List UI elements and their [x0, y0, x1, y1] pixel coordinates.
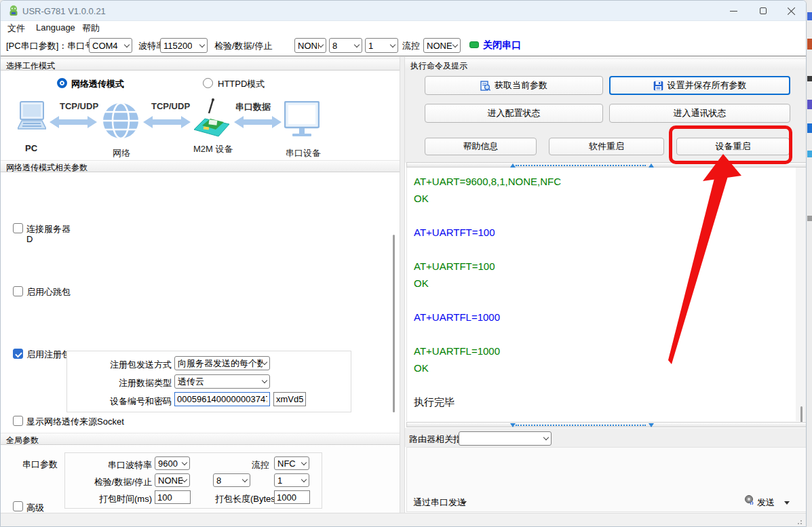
link2-label: TCP/UDP [151, 101, 190, 111]
enter-comm-button[interactable]: 进入通讯状态 [609, 104, 790, 123]
serial-device-monitor-icon [284, 101, 320, 139]
router-command-select[interactable] [459, 431, 552, 446]
menu-help[interactable]: 帮助 [82, 22, 100, 35]
com-port-select[interactable]: COM4 [89, 38, 132, 53]
arrow-link1-icon [50, 115, 97, 130]
m2m-label: M2M 设备 [193, 143, 233, 155]
log-line [414, 292, 796, 309]
packtime-input[interactable] [155, 490, 191, 504]
enter-config-button[interactable]: 进入配置状态 [425, 104, 603, 123]
collapse-down-icon[interactable] [649, 423, 654, 427]
heartbeat-checkbox[interactable] [13, 286, 23, 296]
advanced-checkbox[interactable] [13, 501, 23, 511]
chevron-down-icon [262, 378, 267, 383]
chevron-down-icon [452, 41, 458, 47]
chevron-down-icon [199, 41, 205, 47]
log-line: OK [414, 190, 796, 207]
serial-toolbar: [PC串口参数]：串口号 COM4 波特率 115200 检验/数据/停止 NO… [1, 34, 807, 57]
reg-send-mode-select[interactable]: 向服务器发送的每个数据包 [174, 356, 270, 370]
chevron-down-icon [124, 41, 130, 47]
g-parity-select[interactable]: NONE [155, 473, 190, 487]
chevron-down-icon [301, 459, 307, 465]
m2m-device-icon [193, 98, 231, 142]
maximize-button[interactable] [749, 1, 777, 21]
chevron-down-icon [242, 476, 248, 482]
help-info-button[interactable]: 帮助信息 [425, 138, 537, 155]
collapse-down-icon[interactable] [510, 423, 516, 427]
send-via-serial-dropdown[interactable]: 通过串口发送 [413, 496, 466, 509]
net-params-panel: 连接服务器 D 启用心跳包 启用注册包 注册包发送方式 向服务器发送的每个数据包… [1, 172, 400, 431]
baud-select[interactable]: 115200 [160, 38, 208, 53]
screen: USR-G781 V1.0.0.21 文件 Language 帮助 [PC串口参… [0, 0, 812, 527]
log-line [414, 207, 796, 224]
menu-bar: 文件 Language 帮助 [1, 21, 807, 34]
close-button[interactable] [777, 1, 806, 21]
maximize-icon [760, 7, 767, 14]
log-line [414, 326, 796, 343]
parity-label: 检验/数据/停止 [214, 40, 272, 52]
log-line: 执行完毕 [414, 393, 796, 410]
g-stopbits-select[interactable]: 1 [274, 473, 309, 487]
log-line: AT+UARTFL=1000 [414, 343, 796, 359]
net-params-scrollbar[interactable] [393, 235, 395, 412]
close-icon [788, 7, 796, 15]
device-id-label: 设备编号和密码 [89, 395, 172, 408]
parity-select[interactable]: NONI [294, 38, 326, 53]
resize-grip[interactable] [796, 519, 802, 524]
regpack-checkbox[interactable] [13, 349, 23, 359]
minimize-button[interactable] [719, 1, 748, 21]
show-socket-checkbox[interactable] [13, 416, 23, 426]
menu-language[interactable]: Language [36, 22, 75, 33]
reg-data-type-select[interactable]: 透传云 [174, 374, 270, 389]
device-restart-button[interactable]: 设备重启 [676, 138, 790, 155]
log-line: AT+UART=9600,8,1,NONE,NFC [414, 173, 796, 190]
g-databits-select[interactable]: 8 [213, 473, 250, 487]
radio-transparent-mode[interactable] [57, 78, 67, 88]
stopbits-select[interactable]: 1 [365, 38, 398, 53]
send-area[interactable]: 通过串口发送 发送 [406, 447, 807, 512]
arrow-link2-icon [143, 115, 191, 130]
global-params-header: 全局参数 [1, 433, 400, 445]
device-restart-label: 设备重启 [716, 140, 751, 153]
search-doc-icon [480, 81, 490, 91]
flow-select[interactable]: NONE [423, 38, 461, 53]
radio-httpd-mode[interactable] [203, 78, 213, 88]
work-mode-header: 选择工作模式 [1, 58, 400, 71]
get-params-button[interactable]: 获取当前参数 [425, 76, 603, 95]
chevron-down-icon[interactable] [461, 501, 467, 505]
splitter-dots [516, 165, 646, 166]
pc-serial-group-label: [PC串口参数]：串口号 [6, 40, 94, 52]
device-id-input[interactable] [174, 392, 270, 406]
command-panel-header: 执行命令及提示 [405, 58, 807, 71]
send-horn-icon [744, 494, 755, 505]
chevron-down-icon [262, 359, 267, 365]
menu-file[interactable]: 文件 [7, 22, 25, 35]
connect-server-checkbox[interactable] [13, 223, 23, 233]
log-area[interactable]: AT+UART=9600,8,1,NONE,NFCOK AT+UARTFT=10… [406, 168, 796, 421]
databits-select[interactable]: 8 [329, 38, 362, 53]
software-restart-button[interactable]: 软件重启 [549, 138, 664, 155]
log-bottom-splitter[interactable] [406, 422, 807, 427]
chevron-down-icon [543, 435, 549, 440]
minimize-icon [730, 11, 737, 12]
router-command-row: 路由器相关指令 [405, 428, 807, 447]
send-button[interactable]: 发送 [757, 496, 775, 509]
connect-server-label: 连接服务器 [26, 223, 71, 235]
work-mode-panel: 网络透传模式 HTTPD模式 TCP/UDP TCP/UDP [1, 71, 400, 160]
connect-server-label2: D [26, 234, 33, 244]
device-password-input[interactable] [273, 392, 306, 406]
set-save-params-button[interactable]: 设置并保存所有参数 [609, 76, 790, 95]
g-flow-select[interactable]: NFC [274, 456, 309, 470]
background-window-edge [807, 0, 812, 527]
chevron-down-icon[interactable] [784, 501, 790, 505]
splitter-dots [516, 425, 646, 426]
g-baud-select[interactable]: 9600 [155, 456, 190, 470]
log-top-splitter[interactable] [406, 162, 807, 168]
close-port-button[interactable]: 关闭串口 [483, 39, 521, 52]
g-flow-label: 流控 [252, 459, 269, 471]
pc-label: PC [25, 143, 37, 153]
serial-group-label: 串口参数 [22, 458, 58, 471]
link1-label: TCP/UDP [60, 101, 98, 111]
log-scrollbar[interactable] [796, 168, 807, 421]
packlen-input[interactable] [274, 490, 310, 504]
